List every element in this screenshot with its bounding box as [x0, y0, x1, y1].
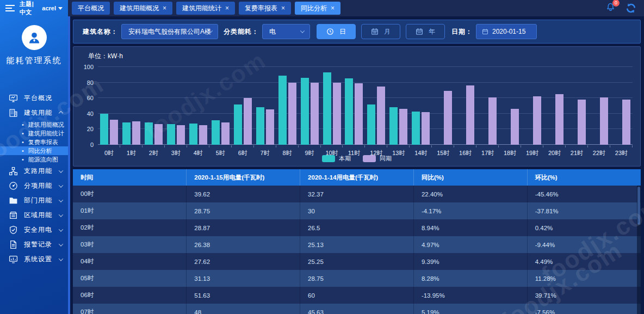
table-row[interactable]: 06时51.6360-13.95%39.71%: [73, 287, 641, 304]
table-cell: 48: [187, 304, 300, 314]
chevron-down-icon: [59, 242, 63, 246]
bar-group: [432, 67, 454, 145]
tab-yoy-analysis[interactable]: 同比分析×: [295, 2, 340, 15]
y-tick-label: 100: [77, 64, 94, 70]
bar-本期: [256, 107, 264, 145]
category-select[interactable]: 电: [262, 24, 310, 39]
table-scrollbar[interactable]: [637, 186, 641, 314]
bar-group: [276, 67, 299, 145]
safety-icon: [9, 225, 18, 235]
legend-item-同期[interactable]: 同期: [363, 155, 392, 163]
table-row[interactable]: 00时39.6232.3722.40%-45.46%: [73, 186, 641, 202]
tab-label: 平台概况: [78, 4, 104, 13]
tab-label: 复费率报表: [245, 4, 277, 13]
notification-badge: 0: [612, 0, 620, 7]
sidebar-subitem-building-energy-overview[interactable]: •建筑用能概况: [0, 120, 68, 129]
tab-label: 同比分析: [301, 4, 327, 13]
sidebar-subitem-label: 同比分析: [28, 147, 52, 155]
date-label: 日期：: [451, 27, 473, 36]
table-row[interactable]: 04时27.6225.259.39%4.49%: [73, 253, 641, 270]
building-select[interactable]: 安科瑞电气股份有限公司A楼: [121, 24, 218, 39]
table-cell: 30: [300, 202, 414, 219]
table-cell: 25.13: [300, 236, 414, 253]
chevron-down-icon: [59, 256, 63, 261]
period-button-month[interactable]: 月: [361, 24, 400, 39]
table-cell: -37.81%: [527, 202, 641, 219]
sidebar-subitem-label: 复费率报表: [28, 138, 58, 146]
user-menu[interactable]: acrel: [42, 5, 63, 11]
user-name: acrel: [42, 5, 56, 11]
sidebar-item-platform-overview[interactable]: 平台概况: [0, 91, 68, 106]
tab-tariff-report[interactable]: 复费率报表×: [239, 2, 291, 15]
tab-building-energy-overview[interactable]: 建筑用能概况×: [114, 2, 172, 15]
table-cell: 26.38: [187, 236, 300, 253]
bar-group: [187, 67, 209, 145]
tab-building-energy-stats[interactable]: 建筑用能统计×: [176, 2, 235, 15]
legend-swatch: [322, 155, 335, 162]
table-row[interactable]: 05时31.1328.758.28%11.28%: [73, 270, 641, 287]
bar-本期: [278, 76, 287, 145]
table-cell: 03时: [73, 236, 187, 253]
tab-close-icon[interactable]: ×: [225, 4, 229, 12]
sidebar-item-label: 安全用电: [24, 225, 52, 235]
sidebar-item-alarm-records[interactable]: 报警记录: [0, 237, 68, 252]
table-row[interactable]: 02时28.8726.58.94%0.42%: [73, 219, 641, 236]
calendar-icon: [482, 28, 488, 35]
sidebar-subitem-yoy-analysis[interactable]: •同比分析: [0, 146, 68, 155]
scrollbar-thumb[interactable]: [637, 187, 640, 225]
building-name-label: 建筑名称：: [83, 27, 118, 36]
hamburger-menu-icon[interactable]: [5, 8, 12, 9]
table-cell: -45.46%: [527, 186, 641, 202]
bullet-icon: •: [22, 130, 24, 137]
filter-panel: 建筑名称： 安科瑞电气股份有限公司A楼 分类能耗： 电 日月年 日期： 2020…: [73, 20, 641, 44]
sidebar-item-system-settings[interactable]: 系统设置: [0, 252, 68, 267]
sidebar-subitem-building-energy-stats[interactable]: •建筑用能统计: [0, 129, 68, 138]
notifications-button[interactable]: 0: [605, 2, 616, 15]
avatar: [22, 25, 47, 50]
sidebar-subitem-energy-flow-diagram[interactable]: •能源流向图: [0, 155, 68, 164]
bar-group: [543, 67, 566, 145]
table-row[interactable]: 01时28.7530-4.17%-37.81%: [73, 202, 641, 219]
bar-本期: [323, 72, 331, 145]
theme-language-label[interactable]: 主题|中文: [20, 0, 38, 16]
bar-同期: [132, 121, 140, 145]
period-button-year[interactable]: 年: [406, 24, 445, 39]
topbar: 平台概况建筑用能概况×建筑用能统计×复费率报表×同比分析× 0: [68, 0, 644, 16]
period-button-day[interactable]: 日: [317, 24, 356, 39]
chevron-up-icon: [59, 110, 63, 115]
refresh-button[interactable]: [626, 3, 636, 14]
bar-同期: [333, 83, 341, 145]
sidebar-item-label: 区域用能: [24, 211, 52, 220]
calendar-year-icon: [416, 28, 423, 35]
table-row[interactable]: 07时4845.635.19%-7.56%: [73, 304, 641, 314]
y-tick-label: 40: [77, 110, 94, 117]
bar-同期: [555, 94, 564, 145]
user-avatar-icon: [27, 30, 42, 45]
bullet-icon: •: [22, 121, 24, 128]
table-row[interactable]: 03时26.3825.134.97%-9.44%: [73, 236, 641, 253]
sidebar-item-region-energy[interactable]: 区域用能: [0, 208, 68, 223]
legend-swatch: [363, 155, 376, 162]
tab-close-icon[interactable]: ×: [163, 4, 166, 12]
tab-close-icon[interactable]: ×: [281, 4, 285, 12]
sidebar-item-subentry-energy[interactable]: 分项用能: [0, 178, 68, 193]
tab-platform-overview[interactable]: 平台概况: [72, 2, 110, 15]
sidebar-item-department-energy[interactable]: 部门用能: [0, 193, 68, 208]
legend-item-本期[interactable]: 本期: [322, 155, 351, 163]
bar-group: [610, 67, 633, 145]
tab-bar: 平台概况建筑用能概况×建筑用能统计×复费率报表×同比分析×: [68, 2, 340, 15]
sidebar-item-branch-energy[interactable]: 支路用能: [0, 164, 68, 178]
date-input[interactable]: 2020-01-15: [476, 24, 537, 39]
sidebar-item-building-energy[interactable]: 建筑用能: [0, 106, 68, 120]
table-cell: 28.75: [300, 270, 414, 287]
sidebar-item-safe-electricity[interactable]: 安全用电: [0, 223, 68, 237]
tab-close-icon[interactable]: ×: [331, 4, 335, 12]
main-area: 平台概况建筑用能概况×建筑用能统计×复费率报表×同比分析× 0: [68, 0, 644, 314]
bar-group: [365, 67, 387, 145]
bar-同期: [578, 100, 586, 145]
bar-同期: [488, 97, 497, 145]
sidebar: 主题|中文 acrel 能耗管理系统 平台概况建筑用能•建筑用能概况•建筑用能统…: [0, 0, 68, 314]
table-cell: 4.49%: [527, 253, 641, 270]
sidebar-subitem-tariff-report[interactable]: •复费率报表: [0, 138, 68, 146]
bar-同期: [154, 124, 163, 145]
